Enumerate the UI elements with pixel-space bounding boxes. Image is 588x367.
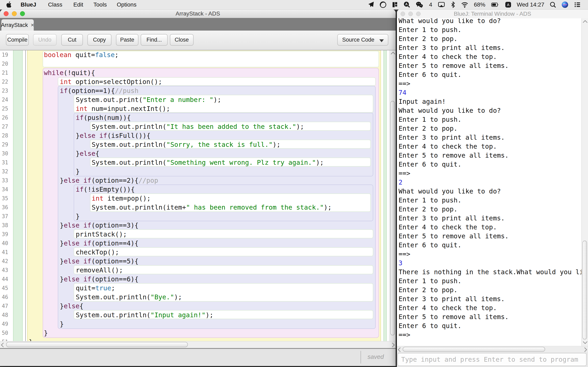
terminal-line: Enter 2 to pop. bbox=[398, 124, 458, 133]
compile-button[interactable]: Compile bbox=[6, 34, 29, 46]
line-number: 34 bbox=[0, 185, 8, 194]
code-line-37: } bbox=[76, 212, 80, 221]
editor-vscroll-thumb[interactable] bbox=[390, 101, 395, 335]
scroll-right-icon[interactable] bbox=[390, 343, 395, 347]
code-line-44: }else if(option==6){ bbox=[60, 275, 138, 284]
window-controls bbox=[4, 11, 25, 16]
screen-mirroring-icon[interactable] bbox=[438, 1, 445, 8]
input-source-icon[interactable]: A bbox=[505, 1, 511, 8]
menu-edit[interactable]: Edit bbox=[73, 1, 83, 8]
terminal-line: Enter 5 to remove all items. bbox=[398, 312, 509, 321]
editor-vertical-scrollbar[interactable] bbox=[389, 50, 396, 341]
window-manager-icon[interactable] bbox=[392, 2, 398, 8]
terminal-vscroll-thumb[interactable] bbox=[582, 241, 587, 340]
line-number: 30 bbox=[0, 149, 8, 158]
menu-bar-status: A468%AWed 14:27 bbox=[367, 1, 581, 8]
scroll-left-icon[interactable] bbox=[1, 343, 6, 347]
paste-button[interactable]: Paste bbox=[116, 34, 138, 46]
code-line-21: while(!quit){ bbox=[44, 68, 95, 77]
code-line-36: System.out.println(item+" has been remov… bbox=[92, 203, 332, 212]
line-number: 43 bbox=[0, 266, 8, 275]
terminal-line: Enter 1 to push. bbox=[398, 25, 461, 34]
terminal-vertical-scrollbar[interactable] bbox=[581, 18, 588, 346]
siri-icon[interactable] bbox=[562, 1, 568, 8]
terminal-hscroll-thumb[interactable] bbox=[403, 347, 545, 352]
close-button[interactable]: Close bbox=[170, 34, 194, 46]
scroll-down-icon[interactable] bbox=[583, 340, 588, 344]
cut-button[interactable]: Cut bbox=[61, 34, 83, 46]
line-number: 32 bbox=[0, 167, 8, 176]
code-line-46: System.out.println("Bye."); bbox=[76, 292, 182, 301]
editor-tab-bar: ArrayStack × bbox=[0, 18, 396, 31]
editor-hscroll-thumb[interactable] bbox=[6, 342, 188, 347]
line-number: 38 bbox=[0, 221, 8, 230]
line-number: 28 bbox=[0, 131, 8, 140]
terminal-line: There is nothing in the stack.What would… bbox=[398, 267, 581, 276]
chevron-down-icon bbox=[379, 39, 384, 42]
line-number: 25 bbox=[0, 104, 8, 113]
tab-arraystack[interactable]: ArrayStack × bbox=[1, 19, 34, 31]
terminal-line: Enter 5 to remove all items. bbox=[398, 61, 509, 70]
tab-close-icon[interactable]: × bbox=[31, 22, 34, 28]
line-number: 50 bbox=[0, 328, 8, 337]
scroll-up-icon[interactable] bbox=[583, 20, 588, 25]
terminal-input[interactable] bbox=[398, 353, 587, 366]
code-line-51: } bbox=[29, 337, 33, 341]
scroll-right-icon[interactable] bbox=[582, 347, 587, 352]
terminal-line: 2 bbox=[398, 178, 402, 187]
editor-titlebar[interactable]: ArrayStack - ADS bbox=[0, 9, 396, 18]
spotlight-icon[interactable] bbox=[550, 1, 556, 8]
view-selector-dropdown[interactable]: Source Code bbox=[337, 34, 388, 46]
send-icon[interactable] bbox=[367, 1, 374, 8]
code-editor[interactable]: 1920212223242526272829303132333435363738… bbox=[0, 50, 396, 341]
scroll-left-icon[interactable] bbox=[398, 347, 403, 352]
line-number: 21 bbox=[0, 68, 8, 77]
terminal-line: Input again! bbox=[398, 97, 446, 106]
close-window-button[interactable] bbox=[401, 12, 405, 16]
terminal-titlebar[interactable]: BlueJ: Terminal Window - ADS bbox=[397, 9, 588, 18]
zoom-window-button[interactable] bbox=[416, 12, 421, 16]
close-window-button[interactable] bbox=[4, 11, 9, 16]
focus-icon[interactable] bbox=[380, 1, 387, 8]
bluetooth-icon[interactable] bbox=[450, 1, 456, 8]
menu-tools[interactable]: Tools bbox=[94, 1, 107, 8]
wifi-icon[interactable] bbox=[461, 1, 468, 8]
menu-clock[interactable]: Wed 14:27 bbox=[517, 1, 544, 8]
code-line-35: int item=pop(); bbox=[92, 194, 151, 203]
notification-center-icon[interactable] bbox=[574, 1, 581, 8]
class-scope-band bbox=[13, 50, 23, 341]
line-number: 37 bbox=[0, 212, 8, 221]
find-button[interactable]: Find... bbox=[141, 34, 168, 46]
battery-icon[interactable] bbox=[491, 1, 500, 8]
editor-horizontal-scrollbar[interactable] bbox=[0, 341, 396, 348]
menu-class[interactable]: Class bbox=[48, 1, 62, 8]
save-status: saved bbox=[367, 349, 384, 366]
search-translate-icon[interactable]: A bbox=[403, 1, 410, 8]
minimize-window-button[interactable] bbox=[12, 11, 17, 16]
wechat-badge[interactable]: 4 bbox=[429, 1, 432, 8]
menu-bluej[interactable]: BlueJ bbox=[21, 1, 36, 8]
wechat-icon[interactable] bbox=[415, 1, 424, 8]
terminal-horizontal-scrollbar[interactable] bbox=[397, 346, 588, 352]
battery-percent[interactable]: 68% bbox=[474, 1, 485, 8]
line-number: 45 bbox=[0, 284, 8, 292]
code-line-29: System.out.println("Sorry, the stack is … bbox=[92, 140, 281, 149]
terminal-line: Enter 3 to print all items. bbox=[398, 133, 505, 142]
copy-button[interactable]: Copy bbox=[87, 34, 112, 46]
scroll-up-icon[interactable] bbox=[391, 52, 396, 57]
apple-menu[interactable] bbox=[6, 1, 12, 8]
minimize-window-button[interactable] bbox=[408, 12, 413, 16]
code-line-47: }else{ bbox=[60, 301, 84, 310]
terminal-line: Enter 1 to push. bbox=[398, 196, 461, 205]
undo-button[interactable]: Undo bbox=[33, 34, 57, 46]
terminal-output[interactable]: What would you like to do?Enter 1 to pus… bbox=[397, 18, 581, 346]
line-number: 47 bbox=[0, 301, 8, 310]
terminal-line: Enter 4 to check the top. bbox=[398, 52, 497, 61]
menu-options[interactable]: Options bbox=[117, 1, 137, 8]
terminal-line: Enter 5 to remove all items. bbox=[398, 232, 509, 241]
zoom-window-button[interactable] bbox=[20, 11, 25, 16]
code-line-24: System.out.print("Enter a number: "); bbox=[76, 95, 221, 104]
code-line-23: if(option==1){//push bbox=[60, 86, 138, 95]
code-line-27: System.out.println("It has been added to… bbox=[92, 122, 304, 131]
line-number: 35 bbox=[0, 194, 8, 203]
